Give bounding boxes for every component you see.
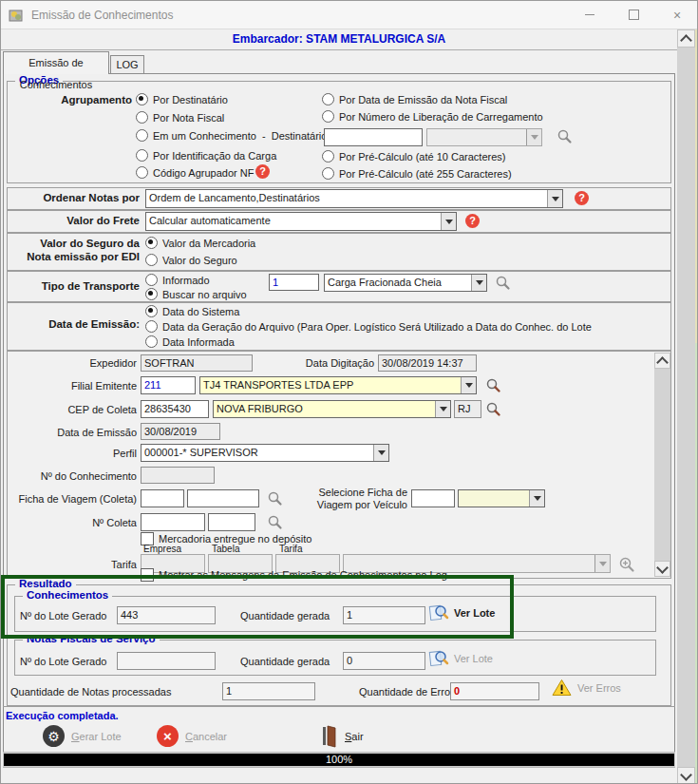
ficha-viagem-label: Ficha de Viagem (Coleta): [10, 493, 137, 505]
search-icon[interactable]: [495, 275, 511, 291]
ver-lote-button[interactable]: Ver Lote: [428, 603, 495, 622]
transporte-codigo-input[interactable]: 1: [269, 274, 319, 291]
radio-selected-icon: [136, 93, 148, 105]
chevron-up-icon: [680, 34, 692, 47]
radio-data-geracao[interactable]: Data da Geração do Arquivo (Para Oper. L…: [145, 320, 592, 333]
veiculo-input[interactable]: [411, 489, 455, 507]
ficha-viagem-input-1[interactable]: [141, 489, 184, 507]
radio-valor-mercadoria[interactable]: Valor da Mercadoria: [145, 237, 255, 249]
sair-label: Sair: [345, 731, 364, 742]
filial-label: Filial Emitente: [10, 380, 137, 392]
combo-value: [459, 490, 529, 507]
cidade-select[interactable]: NOVA FRIBURGO: [213, 400, 451, 418]
maximize-button[interactable]: [612, 1, 655, 29]
radio-codigo-agrupador-nf[interactable]: Código Agrupador NF: [136, 166, 254, 179]
search-icon[interactable]: [557, 128, 573, 144]
radio-label: Buscar no arquivo: [162, 289, 247, 300]
help-icon[interactable]: ?: [255, 164, 270, 179]
nfs-lote-gerado-label: Nº do Lote Gerado: [20, 656, 111, 667]
frete-select[interactable]: Calcular automaticamente: [145, 212, 457, 231]
radio-por-data-emissao-nf[interactable]: Por Data de Emissão da Nota Fiscal: [322, 93, 507, 105]
radio-por-numero-liberacao[interactable]: Por Número de Liberação de Carregamento: [322, 110, 543, 123]
mostrar-mensagens-checkbox[interactable]: Mostrar as Mensagens da Emissão de Conhe…: [141, 568, 447, 582]
radio-data-sistema[interactable]: Data do Sistema: [145, 305, 239, 317]
view-batch-icon: [428, 649, 449, 668]
quantidade-gerada-label: Quantidade gerada: [240, 610, 335, 621]
radio-valor-seguro[interactable]: Valor do Seguro: [145, 254, 237, 266]
data-digitacao-field: 30/08/2019 14:37: [378, 354, 477, 372]
radio-pre-calculo-255[interactable]: Por Pré-Cálculo (até 255 Caracteres): [322, 167, 512, 180]
conhecimento-field: [141, 467, 215, 484]
inner-scroll-up-button[interactable]: [654, 353, 670, 369]
combo-value: [427, 129, 526, 145]
conhecimentos-legend: Conhecimentos: [23, 589, 112, 601]
uf-field: RJ: [454, 400, 481, 418]
combo-value: 000001-* SUPERVISOR: [141, 445, 373, 461]
search-icon[interactable]: [485, 401, 501, 417]
radio-por-destinatario[interactable]: Por Destinatário: [136, 93, 228, 105]
radio-icon: [136, 149, 148, 162]
radio-buscar-arquivo[interactable]: Buscar no arquivo: [145, 288, 247, 300]
combo-value: NOVA FRIBURGO: [214, 401, 435, 417]
ordenar-select[interactable]: Ordem de Lancamento,Destinatários: [145, 189, 563, 208]
transporte-tipo-select[interactable]: Carga Fracionada Cheia: [324, 274, 487, 292]
tab-emissao-de-conhecimentos[interactable]: Emissão de Conhecimentos: [3, 51, 109, 74]
maximize-icon: [629, 10, 639, 20]
seguro-label-line1: Valor do Seguro da: [9, 238, 140, 249]
chevron-down-icon: [373, 445, 388, 461]
checkbox-label: Mostrar as Mensagens da Emissão de Conhe…: [159, 569, 447, 581]
outer-scrollbar[interactable]: [677, 29, 695, 784]
search-icon[interactable]: [267, 490, 283, 507]
close-icon: ×: [673, 9, 681, 22]
title-bar: Emissão de Conhecimentos ×: [1, 1, 698, 29]
status-message: Execução completada.: [6, 710, 119, 721]
sair-button[interactable]: Sair: [322, 725, 364, 748]
search-icon[interactable]: [485, 377, 501, 393]
search-icon[interactable]: [267, 514, 283, 530]
radio-data-informada[interactable]: Data Informada: [145, 335, 235, 348]
liberacao-input[interactable]: [324, 128, 423, 146]
transporte-label: Tipo de Transporte: [9, 280, 140, 292]
nfs-lote-gerado-field: [117, 652, 216, 670]
tab-log[interactable]: LOG: [110, 55, 144, 74]
help-icon[interactable]: ?: [465, 214, 480, 228]
chevron-down-icon: [526, 129, 541, 145]
inner-scroll-down-button[interactable]: [654, 561, 670, 577]
chevron-down-icon: [435, 401, 450, 417]
chevron-down-icon: [441, 213, 456, 230]
data-emissao-detalhe-label: Data de Emissão: [10, 427, 137, 438]
radio-pre-calculo-10[interactable]: Por Pré-Cálculo (até 10 Caracteres): [322, 150, 505, 163]
help-icon[interactable]: ?: [575, 191, 589, 205]
inner-scrollbar[interactable]: [654, 353, 670, 577]
cancelar-label: Cancelar: [185, 731, 227, 742]
coleta-input-1[interactable]: [141, 513, 205, 531]
lote-gerado-label: Nº do Lote Gerado: [20, 610, 111, 621]
radio-por-nota-fiscal[interactable]: Por Nota Fiscal: [136, 111, 224, 124]
cancelar-button[interactable]: × Cancelar: [157, 725, 227, 747]
cancel-icon: ×: [157, 725, 179, 747]
cep-input[interactable]: 28635430: [141, 400, 209, 418]
nfs-quantidade-gerada-field: 0: [343, 652, 425, 670]
liberacao-select[interactable]: [426, 128, 542, 146]
minimize-button[interactable]: [568, 1, 612, 29]
emissao-label: Data de Emissão:: [9, 318, 140, 330]
chevron-down-icon: [594, 555, 610, 572]
filial-codigo-input[interactable]: 211: [141, 376, 196, 394]
ficha-viagem-input-2[interactable]: [187, 489, 259, 507]
coleta-input-2[interactable]: [208, 513, 255, 531]
chevron-down-icon: [547, 190, 562, 207]
coleta-label: Nº Coleta: [10, 517, 137, 528]
ficha-por-veiculo-select[interactable]: [458, 489, 545, 507]
outer-scroll-up-button[interactable]: [677, 29, 695, 48]
checkbox-icon: [141, 568, 154, 582]
chevron-down-icon: [680, 769, 692, 781]
perfil-select[interactable]: 000001-* SUPERVISOR: [141, 444, 389, 462]
filial-nome-select[interactable]: TJ4 TRANSPORTES LTDA EPP: [199, 376, 477, 394]
gear-icon: ⚙: [43, 725, 65, 747]
close-button[interactable]: ×: [655, 1, 698, 29]
radio-em-um-conhecimento[interactable]: Em um Conhecimento - Destinatário: [136, 129, 327, 142]
radio-por-identificacao-carga[interactable]: Por Identificação da Carga: [136, 149, 276, 162]
nfs-quantidade-gerada-label: Quantidade gerada: [240, 656, 335, 667]
outer-scroll-down-button[interactable]: [677, 767, 695, 784]
radio-informado[interactable]: Informado: [145, 274, 210, 286]
